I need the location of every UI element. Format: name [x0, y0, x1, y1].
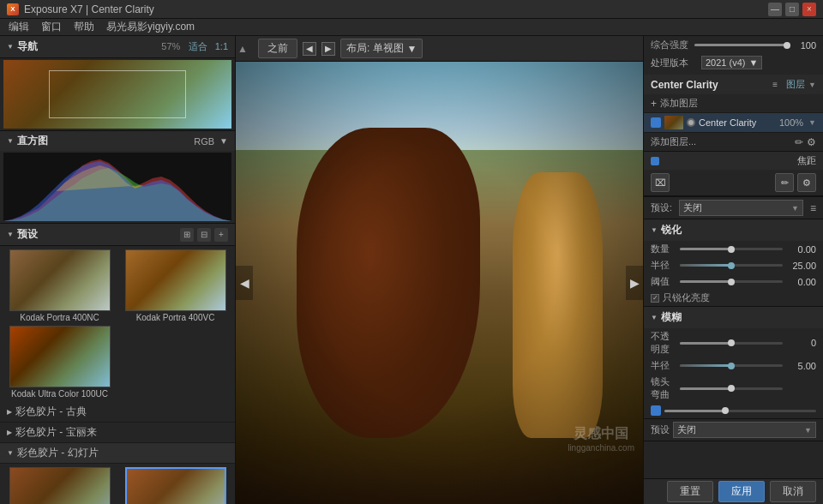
menu-window[interactable]: 窗口 — [36, 18, 67, 36]
blur-extra-slider[interactable] — [664, 410, 816, 412]
focal-preset-value: 关闭 — [683, 201, 702, 214]
luminosity-checkbox-row[interactable]: ✓ 只锐化亮度 — [644, 290, 823, 306]
category-classic[interactable]: ▶ 彩色胶片 - 古典 — [0, 402, 235, 423]
sharpening-header[interactable]: ▼ 锐化 — [644, 219, 823, 241]
presets-expand-icon: ▼ — [7, 231, 14, 238]
bottom-preset-dropdown[interactable]: 关闭 ▼ — [673, 422, 816, 438]
blur-header[interactable]: ▼ 模糊 — [644, 307, 823, 328]
center-panel: ▲ 之前 ◀ ▶ 布局: 单视图 ▼ ◀ — [236, 36, 643, 504]
layer-mode-icon[interactable] — [687, 118, 695, 127]
slide-preset-grid: Agfa RSX II 100 Agfachrome 1000 RS Fuji … — [0, 464, 235, 504]
before-button[interactable]: 之前 — [258, 39, 297, 58]
minimize-button[interactable]: — — [768, 3, 782, 16]
title-bar-left: X Exposure X7 | Center Clarity — [7, 3, 154, 15]
preset-item-agfa-rsxii[interactable]: Agfa RSX II 100 — [3, 467, 116, 504]
layers-tab-label[interactable]: 图层 — [786, 78, 805, 91]
blur-indicator — [651, 405, 661, 416]
preset-item-agfachrome[interactable]: Agfachrome 1000 RS — [119, 467, 231, 504]
top-arrow-icon[interactable]: ▲ — [237, 43, 248, 55]
sharpening-section: ▼ 锐化 数量 0.00 半径 — [644, 219, 823, 307]
add-layer-button[interactable]: + 添加图层 — [644, 94, 823, 113]
blur-radius-slider[interactable] — [680, 364, 783, 367]
version-dropdown[interactable]: 2021 (v4) ▼ — [701, 56, 762, 69]
version-value: 2021 (v4) — [706, 57, 745, 68]
pencil-tool[interactable]: ✏ — [775, 173, 794, 192]
menu-help[interactable]: 帮助 — [69, 18, 99, 36]
category-slide[interactable]: ▼ 彩色胶片 - 幻灯片 — [0, 443, 235, 464]
layers-section-title: Center Clarity — [651, 79, 718, 91]
layers-header[interactable]: Center Clarity ≡ 图层 ▼ — [644, 75, 823, 94]
maximize-button[interactable]: □ — [785, 3, 799, 16]
focal-preset-row: 预设: 关闭 ▼ ≡ — [644, 197, 823, 219]
focal-preset-dropdown[interactable]: 关闭 ▼ — [679, 200, 803, 216]
view-prev-arrow[interactable]: ◀ — [303, 42, 316, 56]
preset-grid: Kodak Portra 400NC Kodak Portra 400VC Ko… — [0, 246, 235, 402]
add-layer-plus-icon: + — [651, 98, 657, 110]
navigator-title: 导航 — [17, 39, 38, 54]
histogram-header: ▼ 直方图 RGB ▼ — [0, 131, 235, 151]
layer-pencil-icon[interactable]: ✏ — [795, 136, 803, 148]
menu-website[interactable]: 易光易影yigyiy.com — [101, 18, 200, 36]
sharpening-radius-slider[interactable] — [680, 264, 783, 267]
presets-expand-all-icon[interactable]: ⊟ — [197, 228, 211, 242]
sharpening-radius-label: 半径 — [651, 259, 676, 272]
category-slide-label: 彩色胶片 - 幻灯片 — [17, 446, 99, 460]
category-polaroid[interactable]: ▶ 彩色胶片 - 宝丽来 — [0, 423, 235, 443]
apply-button[interactable]: 应用 — [718, 481, 765, 502]
preset-thumb-3 — [9, 326, 111, 387]
reset-button[interactable]: 重置 — [667, 481, 713, 502]
blur-lens-label: 镜头弯曲 — [651, 375, 676, 401]
histogram-dropdown-icon[interactable]: ▼ — [219, 136, 228, 146]
window-controls[interactable]: — □ × — [768, 3, 816, 16]
menu-edit[interactable]: 编辑 — [3, 18, 34, 36]
image-nav-right[interactable]: ▶ — [626, 266, 643, 300]
blur-lens-slider[interactable] — [680, 387, 783, 390]
tool-icons-row: ⌧ ✏ ⚙ — [644, 170, 823, 196]
layer-visibility-icon[interactable] — [651, 117, 661, 128]
presets-add-button[interactable]: + — [214, 228, 228, 242]
focal-preset-menu-icon[interactable]: ≡ — [810, 202, 816, 214]
preset-thumb-1 — [9, 249, 111, 311]
layer-settings-icon[interactable]: ⚙ — [807, 136, 816, 148]
settings-tool[interactable]: ⚙ — [797, 173, 816, 192]
sharpening-threshold-slider[interactable] — [680, 280, 783, 283]
window-title: Exposure X7 | Center Clarity — [24, 3, 154, 15]
sharpening-amount-slider[interactable] — [680, 248, 783, 250]
blur-radius-value: 5.00 — [786, 361, 816, 371]
navigator-header[interactable]: ▼ 导航 57% 适合 1:1 — [0, 36, 235, 58]
layer-item[interactable]: Center Clarity 100% ▼ — [644, 113, 823, 133]
navigator-thumbnail — [3, 60, 231, 129]
histogram-expand-icon: ▼ — [7, 137, 14, 145]
strength-slider[interactable] — [694, 44, 787, 46]
sharpening-radius-value: 25.00 — [786, 261, 816, 271]
add-layer-button-2[interactable]: 添加图层... ✏ ⚙ — [644, 133, 823, 152]
view-next-arrow[interactable]: ▶ — [321, 42, 335, 56]
close-button[interactable]: × — [802, 3, 816, 16]
cancel-button[interactable]: 取消 — [770, 481, 816, 502]
sharpening-threshold-row: 阈值 0.00 — [644, 273, 823, 290]
title-bar: X Exposure X7 | Center Clarity — □ × — [0, 0, 823, 19]
preset-item-kodak-400vc[interactable]: Kodak Portra 400VC — [119, 249, 231, 322]
layout-dropdown-icon: ▼ — [407, 43, 418, 55]
layer-opacity-dropdown[interactable]: ▼ — [808, 118, 816, 127]
preset-label-3: Kodak Ultra Color 100UC — [3, 389, 116, 399]
presets-header[interactable]: ▼ 预设 ⊞ ⊟ + — [0, 224, 235, 246]
image-nav-left[interactable]: ◀ — [236, 266, 253, 300]
blur-lens-row: 镜头弯曲 — [644, 374, 823, 403]
presets-controls: ⊞ ⊟ + — [180, 228, 228, 242]
crop-tool[interactable]: ⌧ — [651, 173, 670, 192]
image-display: ◀ 灵感中国 lingganchina.com — [236, 62, 643, 504]
layer-name: Center Clarity — [699, 117, 776, 128]
luminosity-label: 只锐化亮度 — [663, 291, 710, 304]
luminosity-checkbox[interactable]: ✓ — [651, 294, 659, 303]
preset-item-kodak-ultra[interactable]: Kodak Ultra Color 100UC — [3, 326, 116, 399]
preset-item-kodak-400nc[interactable]: Kodak Portra 400NC — [3, 249, 116, 322]
layout-dropdown[interactable]: 布局: 单视图 ▼ — [340, 39, 424, 58]
right-panel: 综合强度 100 处理版本 2021 (v4) ▼ Center Clarity… — [643, 36, 823, 504]
tools-header: 焦距 — [644, 152, 823, 170]
sharpening-radius-row: 半径 25.00 — [644, 257, 823, 273]
presets-grid-icon[interactable]: ⊞ — [180, 228, 194, 242]
sharpening-amount-value: 0.00 — [786, 244, 816, 255]
category-slide-icon: ▼ — [7, 449, 14, 457]
blur-opacity-slider[interactable] — [680, 342, 783, 345]
